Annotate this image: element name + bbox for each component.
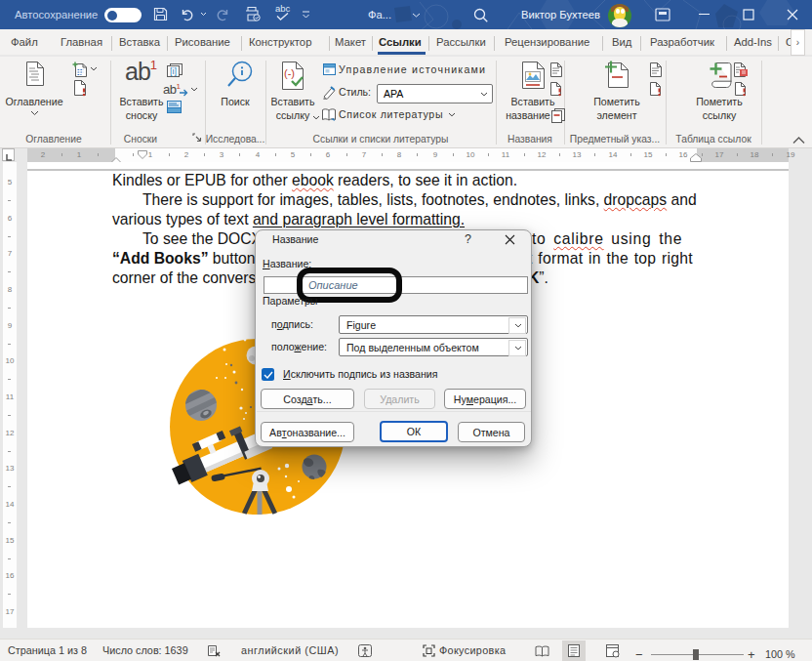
svg-text:[i]: [i] [170,66,177,76]
svg-text:(-): (-) [284,67,295,79]
